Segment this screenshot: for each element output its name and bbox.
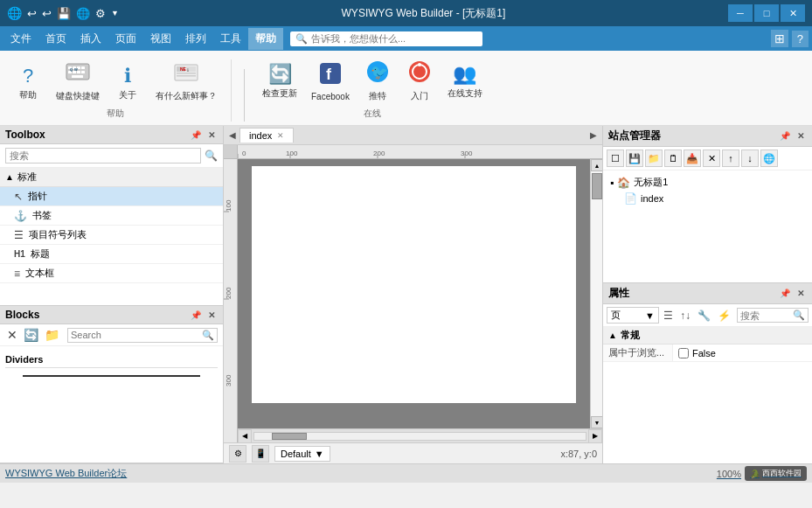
site-tree-index[interactable]: 📄 index: [607, 191, 809, 206]
toolbox-search-icon[interactable]: 🔍: [205, 150, 218, 162]
vertical-scrollbar[interactable]: ▲ ▼: [590, 159, 602, 428]
toolbar-preview-icon[interactable]: 🌐: [76, 7, 90, 20]
properties-close-icon[interactable]: ✕: [795, 288, 807, 299]
close-button[interactable]: ✕: [781, 4, 805, 22]
canvas-tab-index[interactable]: index ✕: [239, 128, 294, 143]
props-group-general[interactable]: ▲ 常规: [603, 327, 812, 344]
properties-selector[interactable]: 页 ▼: [607, 307, 659, 324]
toolbar-save-icon[interactable]: 💾: [57, 7, 71, 20]
text-icon: ≡: [14, 268, 20, 280]
site-new-page-icon[interactable]: ☐: [607, 150, 624, 167]
title-bar-icon2[interactable]: ?: [792, 31, 809, 47]
scroll-track-vertical[interactable]: [591, 171, 602, 416]
canvas-scroll-wrapper: ▲ ▼ ◀ ▶: [238, 159, 602, 442]
ribbon-btn-about[interactable]: ℹ 关于: [108, 61, 147, 105]
site-delete-icon[interactable]: ✕: [703, 150, 720, 167]
toolbar-undo2-icon[interactable]: ↩: [42, 7, 52, 20]
scroll-up-button[interactable]: ▲: [591, 159, 602, 171]
forum-link[interactable]: WYSIWYG Web Builder论坛: [5, 467, 127, 480]
blocks-folder-icon[interactable]: 📁: [43, 327, 61, 343]
toolbar-settings-icon[interactable]: ⚙: [95, 7, 106, 20]
main-layout: Toolbox 📌 ✕ 🔍 ▲ 标准 ↖ 指针: [0, 126, 812, 463]
blocks-refresh-icon[interactable]: 🔄: [22, 327, 40, 343]
ribbon-btn-getstarted[interactable]: 入门: [400, 56, 439, 106]
properties-pin-icon[interactable]: 📌: [777, 288, 793, 299]
site-up-icon[interactable]: ↑: [722, 150, 739, 167]
props-checkbox-browser[interactable]: [678, 348, 689, 358]
menu-view[interactable]: 视图: [143, 28, 178, 50]
menu-search-input[interactable]: [311, 33, 434, 44]
canvas-page[interactable]: [252, 166, 576, 403]
menu-tools[interactable]: 工具: [213, 28, 248, 50]
properties-search-input[interactable]: [740, 310, 793, 321]
toolbar-undo-icon[interactable]: ↩: [27, 7, 37, 20]
props-wrench-icon[interactable]: 🔧: [695, 309, 713, 323]
scroll-track-horizontal[interactable]: [253, 432, 586, 441]
canvas-scroll-area[interactable]: [238, 159, 590, 428]
props-sort-icon[interactable]: ☰: [661, 309, 676, 323]
blocks-search-input[interactable]: [71, 330, 202, 340]
blocks-search-box[interactable]: 🔍: [67, 328, 218, 343]
toolbox-item-bookmark[interactable]: ⚓ 书签: [0, 206, 223, 226]
site-down-icon[interactable]: ↓: [741, 150, 759, 167]
toolbox-close-icon[interactable]: ✕: [205, 129, 218, 141]
props-row-browser: 属中于浏览... False: [603, 344, 812, 362]
site-manager-pin-icon[interactable]: 📌: [777, 130, 793, 142]
toolbar-dropdown-icon[interactable]: ▼: [111, 9, 119, 17]
scroll-thumb-vertical[interactable]: [592, 173, 602, 199]
blocks-delete-icon[interactable]: ✕: [5, 327, 19, 343]
ribbon-btn-support[interactable]: 👥 在线支持: [442, 59, 488, 103]
site-manager: 站点管理器 📌 ✕ ☐ 💾 📁 🗒 📥 ✕ ↑ ↓ 🌐 ▪: [603, 126, 812, 283]
site-folder-icon[interactable]: 📁: [645, 150, 663, 167]
menu-file[interactable]: 文件: [3, 28, 38, 50]
toolbox-pin-icon[interactable]: 📌: [188, 129, 204, 141]
menu-search-box[interactable]: 🔍: [290, 31, 482, 46]
site-toolbar: ☐ 💾 📁 🗒 📥 ✕ ↑ ↓ 🌐: [603, 147, 812, 170]
status-btn-2[interactable]: 📱: [252, 445, 269, 463]
app-logo-icon: 🌐: [7, 6, 22, 20]
menu-insert[interactable]: 插入: [73, 28, 108, 50]
status-btn-1[interactable]: ⚙: [229, 445, 246, 463]
toolbox-search-input[interactable]: [5, 148, 201, 164]
ribbon-btn-keyboard[interactable]: Q W 键盘快捷键: [51, 59, 105, 106]
toolbox-group-standard[interactable]: ▲ 标准: [0, 168, 223, 187]
toolbox-item-text[interactable]: ≡ 文本框: [0, 264, 223, 283]
canvas-nav-left-icon[interactable]: ◀: [226, 129, 239, 142]
ribbon-btn-facebook[interactable]: f Facebook: [306, 58, 355, 105]
minimize-button[interactable]: ─: [728, 4, 753, 22]
heading-icon: H1: [14, 249, 25, 259]
props-lightning-icon[interactable]: ⚡: [715, 309, 733, 323]
canvas-nav-right-icon[interactable]: ▶: [586, 129, 600, 142]
status-default-dropdown[interactable]: Default ▼: [274, 446, 330, 462]
canvas-tab-close-icon[interactable]: ✕: [277, 131, 284, 140]
properties-search-box[interactable]: 🔍: [737, 308, 809, 323]
ribbon-btn-news[interactable]: NEWS ℹ 有什么新鲜事？: [150, 59, 222, 106]
site-import-icon[interactable]: 📥: [684, 150, 701, 167]
scroll-left-button[interactable]: ◀: [238, 429, 252, 443]
maximize-button[interactable]: □: [754, 4, 779, 22]
site-manager-close-icon[interactable]: ✕: [795, 130, 807, 142]
menu-page[interactable]: 页面: [108, 28, 143, 50]
menu-home[interactable]: 首页: [38, 28, 73, 50]
blocks-pin-icon[interactable]: 📌: [188, 310, 204, 321]
blocks-close-icon[interactable]: ✕: [205, 310, 218, 321]
scroll-right-button[interactable]: ▶: [588, 429, 602, 443]
props-az-icon[interactable]: ↑↓: [677, 309, 693, 323]
toolbox-item-heading[interactable]: H1 标题: [0, 245, 223, 264]
horizontal-scrollbar[interactable]: ◀ ▶: [238, 428, 602, 442]
title-bar-icon1[interactable]: ⊞: [771, 30, 788, 47]
site-tree-root[interactable]: ▪ 🏠 无标题1: [607, 174, 809, 191]
toolbox-item-pointer[interactable]: ↖ 指针: [0, 187, 223, 206]
scroll-down-button[interactable]: ▼: [591, 416, 602, 428]
menu-arrange[interactable]: 排列: [178, 28, 213, 50]
ribbon-btn-help[interactable]: ? 帮助: [9, 61, 47, 105]
site-file-icon[interactable]: 🗒: [664, 150, 682, 167]
site-publish-icon[interactable]: 🌐: [760, 150, 778, 167]
ribbon-btn-twitter[interactable]: 🐦 推特: [358, 56, 397, 106]
scroll-thumb-horizontal[interactable]: [272, 433, 307, 440]
site-save-icon[interactable]: 💾: [626, 150, 643, 167]
ribbon-btn-update[interactable]: 🔄 检查更新: [257, 59, 302, 103]
toolbox-item-list[interactable]: ☰ 项目符号列表: [0, 226, 223, 245]
svg-text:Q: Q: [70, 67, 73, 72]
menu-help[interactable]: 帮助: [248, 28, 283, 50]
